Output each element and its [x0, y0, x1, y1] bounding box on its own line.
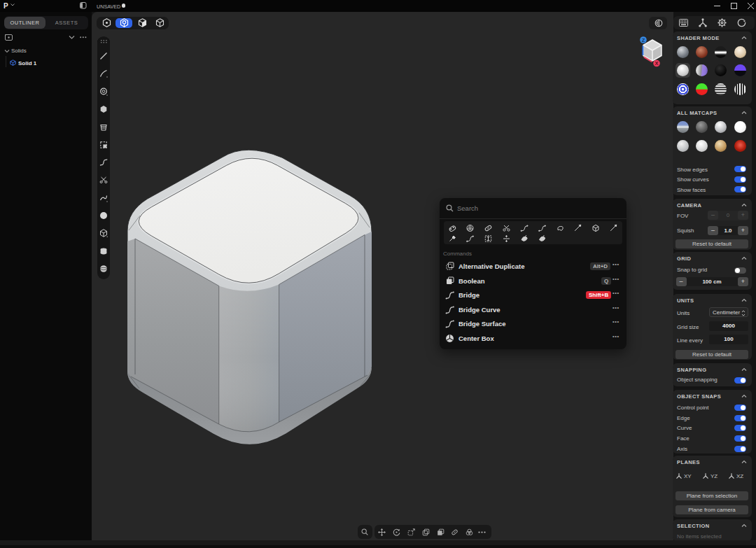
- svg-text:X: X: [654, 60, 658, 66]
- svg-text:Z: Z: [642, 37, 645, 43]
